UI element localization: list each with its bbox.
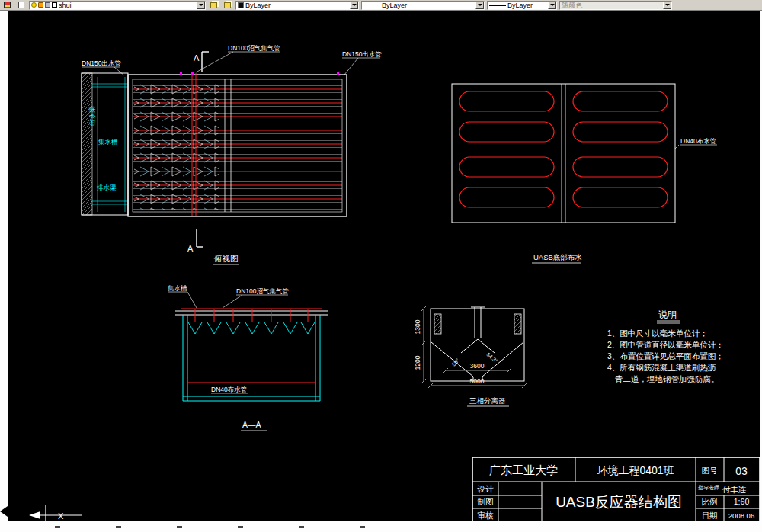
current-lineweight-value: ByLayer bbox=[507, 2, 533, 9]
plot-style-dropdown-arrow-button[interactable] bbox=[663, 2, 671, 9]
color-dropdown[interactable]: ByLayer bbox=[235, 1, 359, 10]
review-row-label: 审核 bbox=[478, 511, 495, 520]
section-pipe-label: DN40布水管 bbox=[211, 386, 247, 393]
layer-dropdown-arrow-button[interactable] bbox=[197, 2, 205, 9]
lineweight-dropdown-arrow-button[interactable] bbox=[548, 2, 556, 9]
layer-color-swatch-icon bbox=[52, 2, 57, 8]
section-trough-label: 集水槽 bbox=[168, 284, 187, 292]
distribution-pipe-label: DN40布水管 bbox=[680, 137, 716, 145]
date-value: 2008.06 bbox=[728, 511, 754, 520]
drawing-svg[interactable]: 出水渠 集水槽 排水渠 A bbox=[8, 11, 760, 521]
section-mark-a-bottom: A bbox=[187, 244, 194, 253]
draft-row-label: 制图 bbox=[478, 497, 494, 506]
plan-channel-vertical-label: 出水渠 bbox=[88, 106, 96, 126]
layer-stack-icon bbox=[210, 2, 217, 8]
current-plot-style-value: 随颜色 bbox=[562, 2, 582, 9]
notes-title: 说明 bbox=[658, 309, 677, 320]
layer-freeze-sun-icon bbox=[38, 2, 43, 8]
layer-lock-icon bbox=[45, 2, 50, 8]
chevron-down-icon bbox=[199, 4, 203, 6]
layer-previous-icon bbox=[224, 2, 231, 8]
angle-right-label: 54.3° bbox=[485, 351, 498, 364]
linetype-sample-icon bbox=[363, 5, 380, 5]
distribution-view: DN40布水管 UASB底部布水 bbox=[452, 84, 717, 263]
lineweight-dropdown[interactable]: ByLayer bbox=[487, 1, 557, 10]
dim-1200: 1200 bbox=[414, 355, 421, 370]
plan-outlet-left-label: DN150出水管 bbox=[82, 59, 121, 67]
plan-gas-main-label: DN100沼气集气管 bbox=[228, 44, 280, 52]
ucs-icon: X bbox=[29, 505, 82, 521]
design-row-label: 设计 bbox=[477, 484, 495, 493]
title-block-class: 环境工程0401班 bbox=[597, 464, 674, 476]
current-layer-name: shui bbox=[59, 2, 72, 9]
dim-5000: 5000 bbox=[470, 377, 485, 385]
current-color-value: ByLayer bbox=[245, 2, 271, 9]
drawing-no-value: 03 bbox=[735, 465, 748, 477]
distribution-caption: UASB底部布水 bbox=[533, 253, 582, 261]
drawing-canvas[interactable]: 出水渠 集水槽 排水渠 A bbox=[8, 11, 760, 521]
layers-icon bbox=[4, 2, 11, 8]
advisor-label: 指导老师 bbox=[697, 485, 719, 490]
current-linetype-value: ByLayer bbox=[382, 2, 407, 9]
dim-3600: 3600 bbox=[470, 362, 485, 370]
chevron-down-icon bbox=[665, 4, 670, 6]
section-gas-label: DN100沼气集气管 bbox=[236, 287, 289, 295]
layer-previous-icon-button[interactable] bbox=[222, 1, 233, 9]
layer-states-icon-button[interactable] bbox=[15, 1, 27, 9]
note-line-4: 4、所有钢筋混凝土渠道刷热沥 bbox=[607, 363, 716, 372]
advisor-name: 付丰连 bbox=[722, 485, 747, 494]
note-line-2: 2、图中管道直径以毫米单位计； bbox=[607, 340, 724, 349]
section-tank-walls bbox=[183, 315, 320, 401]
lineweight-sample-icon bbox=[489, 5, 506, 6]
layer-properties-manager-icon-button[interactable] bbox=[2, 1, 13, 9]
note-line-1: 1、图中尺寸以毫米单位计； bbox=[607, 328, 708, 338]
drawing-no-label: 图号 bbox=[702, 466, 719, 475]
note-line-3: 3、布置位置详见总平面布置图； bbox=[607, 351, 724, 361]
dim-1300: 1300 bbox=[414, 319, 421, 334]
scale-label: 比例 bbox=[702, 497, 718, 506]
sheet-icon bbox=[18, 2, 24, 8]
plan-labels: DN150出水管 DN100沼气集气管 DN150出水管 bbox=[82, 44, 382, 75]
current-color-swatch-icon bbox=[238, 2, 244, 8]
color-dropdown-arrow-button[interactable] bbox=[350, 2, 358, 9]
object-properties-toolbar: shui ByLayer ByLayer ByL bbox=[0, 0, 762, 11]
date-label: 日期 bbox=[702, 511, 718, 520]
note-line-5: 青二道，埋地钢管加强防腐。 bbox=[615, 374, 719, 383]
cad-application-window: shui ByLayer ByLayer ByL bbox=[0, 0, 762, 532]
title-block: 广东工业大学 环境工程0401班 图号 03 设计 制图 审核 UASB反应器结… bbox=[472, 457, 760, 521]
plan-drain-label: 排水渠 bbox=[97, 184, 117, 191]
separator-caption: 三相分离器 bbox=[469, 396, 506, 405]
notes: 说明 1、图中尺寸以毫米单位计； 2、图中管道直径以毫米单位计； 3、布置位置详… bbox=[607, 309, 724, 383]
chevron-down-icon bbox=[478, 4, 482, 6]
plan-left-channel: 出水渠 集水槽 排水渠 bbox=[82, 73, 128, 215]
section-aa-view: DN40布水管 集水槽 DN100沼气集气管 A—A bbox=[168, 284, 328, 431]
section-caption: A—A bbox=[242, 420, 261, 429]
plan-main-tank bbox=[128, 72, 347, 216]
chevron-down-icon bbox=[550, 4, 555, 6]
distribution-pipe-loops bbox=[459, 91, 668, 207]
ucs-x-arrowhead-icon bbox=[29, 511, 40, 519]
section-mark-a-top: A bbox=[194, 53, 200, 62]
drawing-title: UASB反应器结构图 bbox=[555, 494, 682, 510]
chevron-down-icon bbox=[352, 4, 357, 6]
layer-on-bulb-icon bbox=[31, 2, 37, 8]
bottom-ruler-ticks bbox=[55, 526, 398, 528]
bottom-window-strip bbox=[0, 521, 762, 532]
make-object-layer-current-icon-button[interactable] bbox=[208, 1, 219, 9]
plan-trough-label: 集水槽 bbox=[98, 138, 118, 146]
plan-view: 出水渠 集水槽 排水渠 A bbox=[82, 44, 382, 264]
left-window-strip bbox=[0, 11, 8, 521]
plot-style-dropdown[interactable]: 随颜色 bbox=[559, 1, 672, 10]
layer-dropdown[interactable]: shui bbox=[29, 1, 206, 10]
linetype-dropdown[interactable]: ByLayer bbox=[361, 1, 485, 10]
section-funnels bbox=[188, 322, 315, 334]
linetype-dropdown-arrow-button[interactable] bbox=[475, 2, 484, 9]
separator-detail-view: 1300 1200 3600 5000 55° 54.3° 三相分离器 bbox=[414, 306, 527, 406]
plan-outlet-right-label: DN150出水管 bbox=[342, 50, 382, 58]
ucs-x-label: X bbox=[58, 511, 64, 521]
scale-value: 1:60 bbox=[734, 497, 750, 506]
plan-caption: 俯视图 bbox=[213, 254, 239, 263]
title-block-university: 广东工业大学 bbox=[489, 463, 558, 476]
ucs-arrowhead-clipped-icon bbox=[0, 506, 8, 517]
